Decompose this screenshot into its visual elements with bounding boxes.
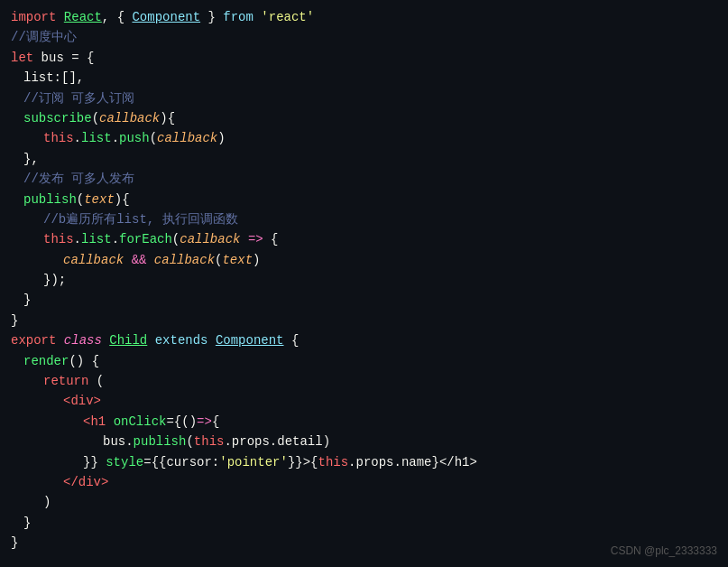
code-text: { <box>263 229 279 249</box>
keyword-import: import <box>11 7 56 27</box>
method-list2: list <box>81 229 112 249</box>
bool-op: && <box>132 250 147 270</box>
code-text: . <box>112 128 119 148</box>
code-line: publish ( text ){ <box>0 190 728 209</box>
code-punct: ( <box>215 250 222 270</box>
code-line: </div> <box>0 472 728 492</box>
code-text <box>124 250 131 270</box>
code-line: callback && callback ( text ) <box>0 250 728 270</box>
jsx-tag-div-open: <div> <box>63 391 101 411</box>
code-line: } <box>0 513 728 533</box>
keyword-this4: this <box>318 452 348 472</box>
code-text <box>253 7 261 27</box>
jsx-attr-style: style <box>106 452 143 472</box>
method-render: render <box>23 351 69 371</box>
comment: //b遍历所有list, 执行回调函数 <box>43 209 238 229</box>
comment: //发布 可多人发布 <box>23 169 134 189</box>
code-text: . <box>112 229 119 249</box>
comment: //调度中心 <box>11 27 77 47</box>
code-punct: () { <box>69 351 99 371</box>
code-punct: ( <box>92 108 99 128</box>
code-line: list: [], <box>0 68 728 88</box>
code-text: .props.name}</h1> <box>348 452 477 472</box>
method-push: push <box>119 128 150 148</box>
code-punct: ){ <box>160 108 175 128</box>
code-punct: [], <box>61 68 84 88</box>
code-text <box>56 7 63 27</box>
code-punct: ) <box>323 432 330 451</box>
param-callback3: callback <box>180 229 240 249</box>
code-text: , <box>102 7 117 27</box>
code-punct: ){ <box>115 190 130 209</box>
code-text: list: <box>23 68 61 88</box>
code-text: }}>{ <box>288 452 318 472</box>
code-line: //调度中心 <box>0 27 728 47</box>
func-subscribe: subscribe <box>23 108 92 128</box>
code-text <box>147 330 154 350</box>
code-line: render () { <box>0 351 728 371</box>
classname-child: Child <box>109 330 147 350</box>
keyword-this: this <box>43 128 74 148</box>
code-punct: ) <box>217 128 225 148</box>
param-callback5: callback <box>154 250 215 270</box>
code-line: //发布 可多人发布 <box>0 169 728 189</box>
code-text: { <box>284 330 299 350</box>
identifier-react: React <box>64 7 102 27</box>
code-line: export class Child extends Component { <box>0 330 728 350</box>
code-text: bus. <box>103 432 134 451</box>
code-text: ) <box>43 492 51 512</box>
code-text: . <box>74 128 81 148</box>
code-punct: = { <box>71 48 94 68</box>
code-punct: }, <box>23 149 39 169</box>
code-line: ) <box>0 492 728 512</box>
code-line: bus. publish ( this .props.detail ) <box>0 432 728 451</box>
comment: //订阅 可多人订阅 <box>23 88 134 108</box>
code-text: .props.detail <box>224 432 322 451</box>
code-text: ={{cursor: <box>143 452 219 472</box>
code-punct: ( <box>186 432 193 451</box>
code-punct: ( <box>172 229 180 249</box>
code-line: this . list . push ( callback ) <box>0 128 728 148</box>
arrow: => <box>248 229 263 249</box>
jsx-tag-div-close: </div> <box>63 472 108 492</box>
keyword-let: let <box>11 48 33 68</box>
code-line: }); <box>0 270 728 290</box>
code-line: } <box>0 290 728 310</box>
code-text <box>146 250 153 270</box>
method-foreach: forEach <box>119 229 172 249</box>
code-text <box>56 330 63 350</box>
code-line: //订阅 可多人订阅 <box>0 88 728 108</box>
keyword-class: class <box>64 330 102 350</box>
code-editor: import React , { Component } from 'react… <box>0 0 728 567</box>
identifier-component: Component <box>132 7 200 27</box>
code-text: ={ <box>166 412 181 432</box>
code-line: }, <box>0 149 728 169</box>
param-callback4: callback <box>63 250 124 270</box>
code-punct: () <box>181 412 197 432</box>
param-callback2: callback <box>157 128 217 148</box>
keyword-return: return <box>43 371 88 391</box>
code-punct: ( <box>150 128 157 148</box>
keyword-from: from <box>223 7 253 27</box>
code-text: } <box>11 311 18 330</box>
code-text <box>106 412 113 432</box>
code-text: } <box>11 533 18 553</box>
code-punct: ) <box>253 250 260 270</box>
classname-component: Component <box>216 330 284 350</box>
code-text <box>207 330 215 350</box>
func-publish: publish <box>23 190 77 209</box>
arrow2: => <box>197 412 212 432</box>
code-line: import React , { Component } from 'react… <box>0 7 728 27</box>
param-text2: text <box>222 250 253 270</box>
code-line: } <box>0 311 728 330</box>
code-punct: } <box>200 7 223 27</box>
param-text: text <box>84 190 115 209</box>
code-text <box>240 229 247 249</box>
string-react: 'react' <box>261 7 314 27</box>
code-text: . <box>74 229 81 249</box>
code-line: <div> <box>0 391 728 411</box>
keyword-this3: this <box>194 432 225 451</box>
watermark: CSDN @plc_2333333 <box>611 543 717 560</box>
param-callback: callback <box>99 108 160 128</box>
code-text: }); <box>43 270 66 290</box>
